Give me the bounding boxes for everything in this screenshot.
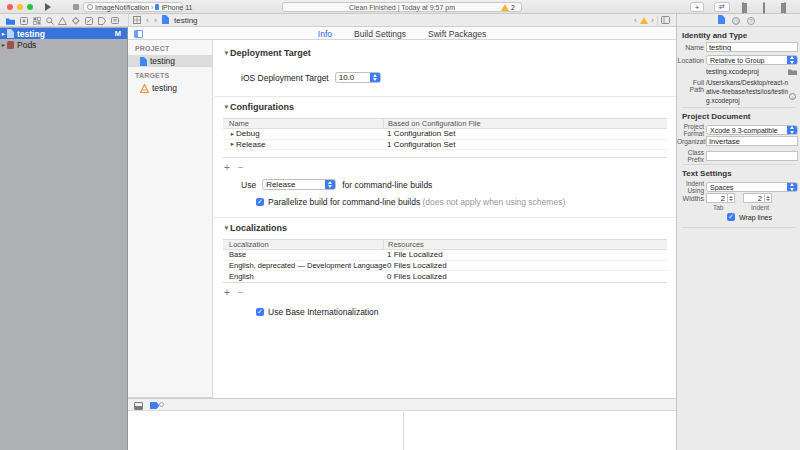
previous-issue-button[interactable]: ‹ [634,16,637,25]
wrap-lines-label: Wrap lines [739,214,772,221]
name-label: Name [677,44,704,51]
history-inspector-icon[interactable]: ◷ [732,17,740,25]
breakpoint-navigator-icon[interactable] [95,14,108,27]
project-format-popup[interactable]: Xcode 9.3-compatible [706,125,798,135]
add-configuration-button[interactable]: + [224,162,230,173]
tab-build-settings[interactable]: Build Settings [354,29,406,39]
tab-swift-packages[interactable]: Swift Packages [428,29,486,39]
test-navigator-icon[interactable] [69,14,82,27]
class-prefix-input[interactable] [706,151,798,161]
popup-value: Relative to Group [707,57,787,64]
navigator-item-pods[interactable]: ▸ Pods [0,39,127,50]
scheme-app-icon [87,4,93,10]
indent-using-popup[interactable]: Spaces [706,182,798,192]
sidebar-item-target-testing[interactable]: testing [128,82,212,94]
organization-input[interactable] [706,136,798,146]
tab-info[interactable]: Info [318,29,332,39]
inspector-divider [682,227,796,228]
table-row[interactable]: ▸Release 1 Configuration Set [223,140,667,151]
location-popup[interactable]: Relative to Group [706,55,798,65]
find-navigator-icon[interactable] [43,14,56,27]
scheme-selector[interactable]: ImageNotification › iPhone 11 [83,2,183,12]
toggle-debug-area-button[interactable] [763,2,765,14]
base-internationalization-checkbox[interactable]: ✓ [256,308,264,316]
issue-warning-icon[interactable] [640,17,648,24]
indent-column-label: Indent [751,204,769,211]
source-control-status-badge: M [115,29,121,38]
chevron-right-icon: › [151,3,153,12]
disclosure-triangle-icon[interactable]: ▸ [0,41,7,49]
folder-icon[interactable] [788,68,797,75]
config-based: 1 Configuration Set [383,129,667,138]
sidebar-item-project-testing[interactable]: testing [128,55,212,67]
source-control-navigator-icon[interactable] [17,14,30,27]
library-button[interactable]: + [690,2,704,12]
disclosure-triangle-icon[interactable]: ▸ [0,30,7,38]
debug-navigator-icon[interactable] [82,14,95,27]
outline-toggle-icon[interactable] [134,30,143,38]
table-row[interactable]: English 0 Files Localized [223,271,667,282]
navigator-item-testing[interactable]: ▸ testing M [0,28,127,39]
class-prefix-label: Class Prefix [677,149,704,163]
quick-help-inspector-icon[interactable]: ? [747,17,755,25]
issue-navigator-icon[interactable] [56,14,69,27]
config-name: Release [236,140,265,149]
indent-using-label: Indent Using [677,180,704,194]
popup-value: Release [263,180,325,189]
tab-width-stepper[interactable]: 2 [706,193,735,203]
jump-bar-file-name[interactable]: testing [174,16,198,25]
minimize-window-button[interactable] [17,4,23,10]
zoom-window-button[interactable] [27,4,33,10]
related-items-icon[interactable] [133,16,141,26]
config-based: 1 Configuration Set [383,140,667,149]
stop-button[interactable] [73,4,79,10]
disclosure-triangle-icon[interactable]: ▸ [229,130,236,138]
warning-count: 2 [511,4,515,11]
targets-group-header: TARGETS [128,67,212,82]
indent-width-stepper[interactable]: 2 [743,193,772,203]
table-header-row: Name Based on Configuration File [223,119,667,129]
report-navigator-icon[interactable] [108,14,121,27]
disclosure-triangle-icon[interactable]: ▾ [223,49,230,57]
remove-localization-button[interactable]: − [238,287,244,298]
table-row[interactable]: Base 1 File Localized [223,250,667,261]
stepper-arrows-icon [765,193,772,203]
next-issue-button[interactable]: › [651,16,654,25]
deployment-target-popup[interactable]: 10.0 [335,72,381,83]
reveal-arrow-icon[interactable]: › [789,93,796,100]
disclosure-triangle-icon[interactable]: ▸ [229,140,236,148]
table-row[interactable]: English, deprecated — Development Langua… [223,261,667,272]
parallelize-checkbox[interactable]: ✓ [256,198,264,206]
symbol-navigator-icon[interactable] [30,14,43,27]
indent-width-value: 2 [743,193,765,203]
hide-debug-area-icon[interactable] [134,402,143,410]
use-suffix-label: for command-line builds [342,180,432,190]
popup-chevrons-icon [325,180,335,189]
back-button[interactable]: ‹ [146,16,149,25]
toggle-navigator-button[interactable] [742,2,744,14]
editor-arrows-button[interactable]: ⇄ [714,2,730,12]
debug-area [128,412,676,450]
warning-badge[interactable]: 2 [501,4,515,11]
run-button[interactable] [45,3,51,11]
forward-button[interactable]: › [154,16,157,25]
close-window-button[interactable] [7,4,13,10]
add-localization-button[interactable]: + [224,287,230,298]
disclosure-triangle-icon[interactable]: ▾ [223,103,230,111]
console-view[interactable] [405,412,676,450]
remove-configuration-button[interactable]: − [238,162,244,173]
wrap-lines-checkbox[interactable]: ✓ [727,213,735,221]
editor-options-icon[interactable] [661,16,670,26]
name-input[interactable] [706,42,798,52]
project-navigator-icon[interactable] [4,14,17,27]
file-inspector-icon[interactable] [718,15,725,26]
variables-view[interactable] [128,412,404,450]
stepper-arrows-icon [728,193,735,203]
navigator-tab-strip [4,14,121,27]
file-icon [162,15,169,26]
base-internationalization-label: Use Base Internationalization [268,307,379,317]
table-row[interactable]: ▸Debug 1 Configuration Set [223,129,667,140]
disclosure-triangle-icon[interactable]: ▾ [223,224,230,232]
toggle-inspector-button[interactable] [784,2,786,14]
command-line-config-popup[interactable]: Release [262,179,336,190]
